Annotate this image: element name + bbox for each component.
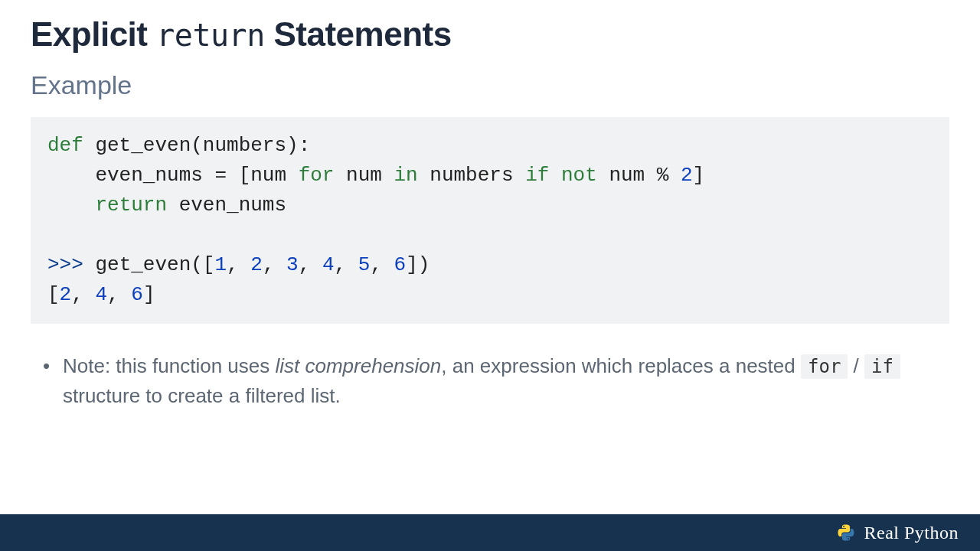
title-keyword: return [156,18,265,53]
kw-def: def [47,134,83,157]
kw-if: if [525,164,549,187]
note-text: structure to create a filtered list. [63,384,341,407]
note-item: Note: this function uses list comprehens… [63,351,949,411]
slide-content: Explicit return Statements Example def g… [0,0,980,514]
code-text: even_nums = [num [47,164,299,187]
note-text: Note: this function uses [63,354,275,377]
num-literal: 4 [322,253,335,276]
code-text: num % [597,164,681,187]
num-literal: 3 [286,253,299,276]
note-emphasis: list comprehension [275,354,441,377]
code-text: , [107,283,131,306]
code-text: get_even(numbers): [83,134,310,157]
code-text: ]) [406,253,430,276]
title-part1: Explicit [31,15,156,53]
code-text: ] [693,164,705,187]
kw-in: in [394,164,417,187]
page-title: Explicit return Statements [31,15,949,54]
code-text: get_even([ [95,253,214,276]
code-text: num [334,164,394,187]
subheading: Example [31,70,949,100]
footer-bar: Real Python [0,514,980,551]
code-text: even_nums [167,194,286,217]
code-text: ] [143,283,155,306]
slide: Explicit return Statements Example def g… [0,0,980,551]
num-literal: 6 [131,283,143,306]
code-text: , [335,253,358,276]
num-literal: 6 [394,253,407,276]
code-text: , [71,283,95,306]
repl-prompt: >>> [47,253,95,276]
note-text: , an expression which replaces a nested [441,354,801,377]
num-literal: 2 [681,164,693,187]
code-text: , [263,253,286,276]
note-list: Note: this function uses list comprehens… [31,351,949,411]
kw-return: return [95,194,167,217]
num-literal: 2 [250,253,263,276]
code-text: , [370,253,394,276]
code-text [549,164,561,187]
code-text: [ [47,283,60,306]
code-text [47,194,95,217]
num-literal: 5 [358,253,371,276]
kw-for: for [299,164,335,187]
brand-name: Real Python [864,523,959,543]
num-literal: 4 [95,283,107,306]
kw-not: not [561,164,597,187]
num-literal: 2 [60,283,72,306]
inline-code: if [864,354,900,379]
code-block: def get_even(numbers): even_nums = [num … [31,117,949,324]
note-text: / [848,354,864,377]
code-text: numbers [418,164,525,187]
python-logo-icon [837,523,855,542]
title-part2: Statements [265,15,452,53]
code-text: , [299,253,322,276]
inline-code: for [801,354,848,379]
code-text: , [227,253,250,276]
num-literal: 1 [214,253,227,276]
